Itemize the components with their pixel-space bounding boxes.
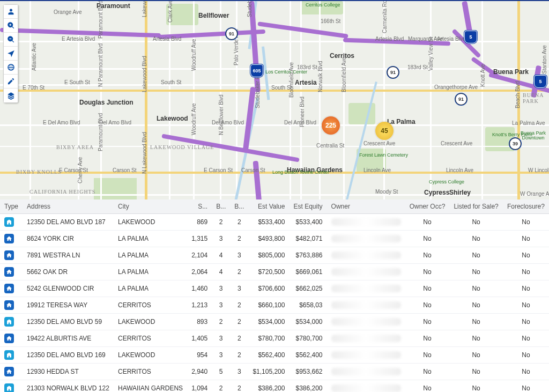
cell-address: 8624 YORK CIR (23, 231, 114, 247)
cell-est-equity: $669,061 (289, 264, 327, 280)
col-owner-occ[interactable]: Owner Occ? (405, 199, 450, 214)
cell-owner (327, 330, 405, 347)
cell-est-value: $534,000 (248, 314, 289, 330)
col-listed[interactable]: Listed for Sale? (449, 199, 502, 214)
house-icon (4, 367, 14, 376)
cell-city: LAKEWOOD (114, 314, 187, 330)
col-sqft[interactable]: S... (187, 199, 212, 214)
results-table-panel[interactable]: Type Address City S... B... B... Est Val… (0, 199, 549, 392)
map-cluster[interactable]: 225 (322, 116, 340, 135)
layers-button[interactable] (4, 88, 18, 102)
cell-owner (327, 347, 405, 364)
cell-est-value: $1,105,200 (248, 364, 289, 380)
state-route-shield-icon: 39 (509, 138, 521, 150)
table-row[interactable]: 12350 DEL AMO BLVD 59LAKEWOOD89322$534,0… (0, 314, 549, 330)
cell-listed: No (449, 264, 502, 280)
table-row[interactable]: 19422 ALBURTIS AVECERRITOS1,40532$780,70… (0, 330, 549, 347)
col-est-equity[interactable]: Est Equity (289, 199, 327, 214)
cell-owner-occ: No (405, 330, 450, 347)
col-foreclosure[interactable]: Foreclosure? (503, 199, 549, 214)
house-icon (4, 334, 14, 343)
cell-est-value: $780,700 (248, 330, 289, 347)
table-row[interactable]: 5242 GLENWOOD CIRLA PALMA1,46033$706,600… (0, 280, 549, 297)
cell-listed: No (449, 347, 502, 364)
table-header-row: Type Address City S... B... B... Est Val… (0, 199, 549, 214)
cell-owner (327, 364, 405, 380)
table-row[interactable]: 19912 TERESA WAYCERRITOS1,21332$660,100$… (0, 297, 549, 314)
cell-beds: 4 (212, 264, 230, 280)
house-icon (4, 267, 14, 277)
house-icon (4, 250, 14, 260)
col-owner[interactable]: Owner (327, 199, 405, 214)
table-row[interactable]: 8624 YORK CIRLA PALMA1,31532$493,800$482… (0, 231, 549, 247)
house-icon (4, 234, 14, 243)
table-row[interactable]: 12350 DEL AMO BLVD 169LAKEWOOD95432$562,… (0, 347, 549, 364)
cell-est-equity: $562,400 (289, 347, 327, 364)
cell-address: 21303 NORWALK BLVD 122 (23, 380, 114, 393)
cell-city: CERRITOS (114, 297, 187, 314)
zoom-in-button[interactable] (4, 19, 18, 33)
draw-button[interactable] (4, 75, 18, 88)
cell-owner (327, 214, 405, 231)
cell-foreclosure: No (503, 264, 549, 280)
cell-city: LA PALMA (114, 247, 187, 264)
cell-baths: 2 (230, 264, 248, 280)
cell-city: LA PALMA (114, 264, 187, 280)
map-canvas[interactable]: ParamountBellflowerDouglas JunctionLakew… (0, 1, 549, 199)
cell-owner-occ: No (405, 314, 450, 330)
col-type[interactable]: Type (0, 199, 23, 214)
cell-baths: 3 (230, 364, 248, 380)
cell-owner (327, 297, 405, 314)
cell-foreclosure: No (503, 364, 549, 380)
locate-button[interactable] (4, 47, 18, 61)
cell-foreclosure: No (503, 247, 549, 264)
cell-listed: No (449, 280, 502, 297)
cell-est-value: $706,600 (248, 280, 289, 297)
cell-owner (327, 314, 405, 330)
table-row[interactable]: 12930 HEDDA STCERRITOS2,94053$1,105,200$… (0, 364, 549, 380)
cell-city: LAKEWOOD (114, 347, 187, 364)
cell-owner (327, 380, 405, 393)
col-city[interactable]: City (114, 199, 187, 214)
col-baths[interactable]: B... (230, 199, 248, 214)
condo-icon (4, 383, 14, 392)
map-city-label: Cerritos (330, 52, 354, 60)
cell-address: 12930 HEDDA ST (23, 364, 114, 380)
cell-owner-occ: No (405, 297, 450, 314)
cell-baths: 2 (230, 214, 248, 231)
cell-est-equity: $662,025 (289, 280, 327, 297)
table-row[interactable]: 5662 OAK DRLA PALMA2,06442$720,500$669,0… (0, 264, 549, 280)
map-poi-label: Cypress College (429, 180, 464, 184)
cell-city: CERRITOS (114, 330, 187, 347)
map-panel[interactable]: ParamountBellflowerDouglas JunctionLakew… (0, 1, 549, 199)
cell-est-equity: $658,03 (289, 297, 327, 314)
col-beds[interactable]: B... (212, 199, 230, 214)
cell-est-value: $562,400 (248, 347, 289, 364)
cell-sqft: 1,213 (187, 297, 212, 314)
zoom-out-button[interactable] (4, 33, 18, 47)
cell-beds: 2 (212, 214, 230, 231)
cell-sqft: 2,940 (187, 364, 212, 380)
state-route-shield-icon: 91 (455, 93, 467, 105)
cell-baths: 2 (230, 231, 248, 247)
cell-owner-occ: No (405, 231, 450, 247)
map-cluster[interactable]: 45 (375, 122, 394, 140)
cell-listed: No (449, 247, 502, 264)
map-poi-label: Buena Park Downtown (517, 131, 549, 141)
cell-beds: 2 (212, 380, 230, 393)
cell-city: CERRITOS (114, 364, 187, 380)
table-row[interactable]: 21303 NORWALK BLVD 122HAWAIIAN GARDENS1,… (0, 380, 549, 393)
cell-est-value: $386,200 (248, 380, 289, 393)
col-address[interactable]: Address (23, 199, 114, 214)
table-row[interactable]: 7891 WESTRA LNLA PALMA2,10443$805,000$76… (0, 247, 549, 264)
cell-est-equity: $386,200 (289, 380, 327, 393)
cell-owner-occ: No (405, 380, 450, 393)
cell-listed: No (449, 314, 502, 330)
cell-baths: 2 (230, 330, 248, 347)
user-location-button[interactable] (4, 5, 18, 19)
cell-sqft: 1,405 (187, 330, 212, 347)
col-est-value[interactable]: Est Value (248, 199, 289, 214)
globe-button[interactable] (4, 61, 18, 75)
table-row[interactable]: 12350 DEL AMO BLVD 187LAKEWOOD86922$533,… (0, 214, 549, 231)
map-city-label: Douglas Junction (79, 99, 133, 106)
